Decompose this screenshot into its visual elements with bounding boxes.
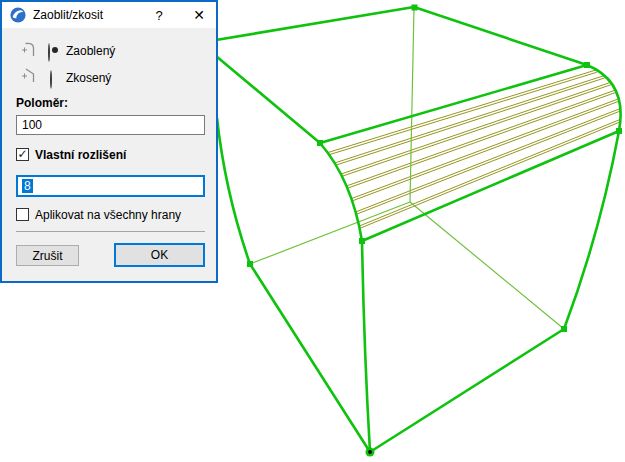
edge-front-vertical — [362, 241, 370, 452]
vertex-handles[interactable] — [247, 5, 622, 333]
cancel-button[interactable]: Zrušit — [16, 245, 79, 266]
edge-left-silhouette — [217, 118, 250, 264]
fillet-chamfer-dialog: Zaoblit/zkosit ? ✕ Zaoblený Zkosený Polo… — [0, 0, 218, 283]
hidden-edge-bottom-right — [410, 202, 564, 329]
edge-top-back-left — [210, 7, 414, 41]
chamfer-corner-icon — [18, 65, 38, 85]
hidden-edge-bottom-left — [250, 202, 410, 264]
radio-rounded-label: Zaoblený — [66, 44, 115, 58]
apply-all-label: Aplikovat na všechny hrany — [35, 208, 181, 222]
vertex-handle — [317, 140, 323, 146]
edge-top-front-left — [210, 51, 320, 143]
vertex-handle — [561, 326, 567, 332]
vertex-handle — [616, 128, 622, 134]
selected-text: 8 — [22, 179, 33, 193]
vertex-handle — [247, 261, 253, 267]
ok-button[interactable]: OK — [114, 243, 205, 267]
radius-label: Poloměr: — [16, 96, 68, 110]
hidden-edges — [250, 7, 564, 329]
custom-resolution-label: Vlastní rozlišení — [35, 148, 126, 162]
resolution-input[interactable]: 8 — [16, 175, 205, 197]
fillet-arc-left — [320, 143, 362, 241]
hotspot-handle[interactable] — [366, 448, 375, 457]
radio-chamfer-label: Zkosený — [66, 71, 111, 85]
dialog-titlebar[interactable]: Zaoblit/zkosit ? ✕ — [2, 2, 216, 28]
custom-resolution-checkbox[interactable]: ✓ — [16, 148, 29, 161]
fillet-bottom-edge — [362, 131, 619, 241]
radio-rounded[interactable] — [48, 43, 50, 62]
edge-top-back-right — [414, 7, 587, 65]
separator — [16, 231, 205, 232]
edge-right-vertical — [564, 131, 619, 329]
vertex-handle — [359, 238, 365, 244]
dialog-title: Zaoblit/zkosit — [33, 8, 144, 22]
help-button[interactable]: ? — [144, 2, 174, 28]
radio-chamfer[interactable] — [50, 70, 52, 89]
apply-all-checkbox[interactable] — [16, 208, 29, 221]
vertex-handle — [584, 62, 590, 68]
cube-edges[interactable] — [210, 7, 621, 452]
fillet-corner-icon — [18, 39, 38, 59]
archicad-logo-icon — [10, 7, 26, 23]
close-button[interactable]: ✕ — [182, 2, 216, 28]
edge-bottom-front-left — [250, 264, 370, 452]
radius-input[interactable] — [16, 115, 205, 135]
hidden-edge-back-vertical — [410, 7, 414, 202]
edge-bottom-front-right — [370, 329, 564, 452]
vertex-handle — [412, 5, 418, 11]
